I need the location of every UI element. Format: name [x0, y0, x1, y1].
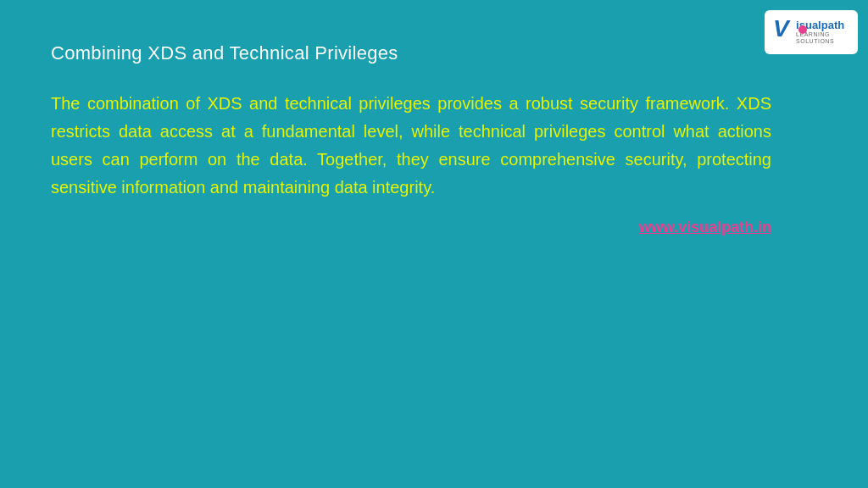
logo-dot — [798, 25, 807, 34]
logo-v-letter: V — [773, 15, 789, 42]
logo: V isualpath LEARNING SOLUTIONS — [765, 10, 858, 54]
website-link[interactable]: www.visualpath.in — [51, 219, 771, 236]
slide-body-text: The combination of XDS and technical pri… — [51, 90, 771, 202]
slide: V isualpath LEARNING SOLUTIONS Combining… — [0, 0, 868, 488]
slide-title: Combining XDS and Technical Privileges — [51, 42, 817, 64]
